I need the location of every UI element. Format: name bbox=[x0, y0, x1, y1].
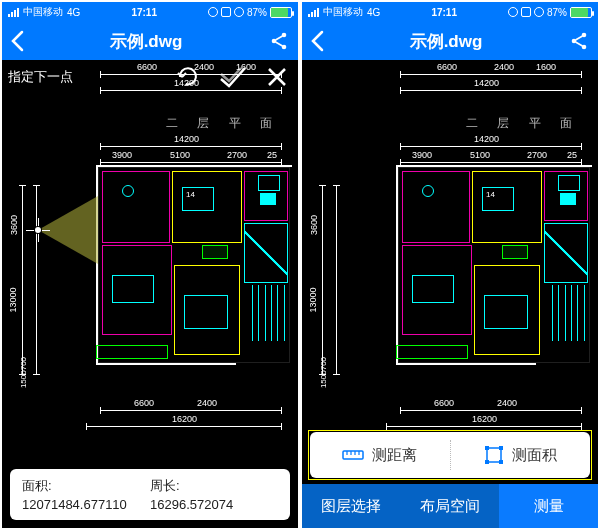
carrier: 中国移动 bbox=[323, 5, 363, 19]
dim-top-a: 6600 bbox=[437, 62, 457, 72]
dim-top-outer: 14200 bbox=[474, 78, 499, 88]
dim-top-b: 2400 bbox=[494, 62, 514, 72]
dim-left-a: 3600 bbox=[9, 215, 19, 235]
network: 4G bbox=[367, 7, 380, 18]
battery-pct: 87% bbox=[547, 7, 567, 18]
bottom-tabs: 图层选择 布局空间 测量 bbox=[302, 484, 598, 528]
dim-left-c: 1500700 bbox=[19, 357, 28, 388]
back-button[interactable] bbox=[10, 30, 24, 52]
dim-bot-outer: 16200 bbox=[472, 414, 497, 424]
svg-rect-8 bbox=[485, 446, 489, 450]
network: 4G bbox=[67, 7, 80, 18]
back-button[interactable] bbox=[310, 30, 324, 52]
floor-plan: 14 bbox=[72, 145, 292, 405]
battery-icon bbox=[570, 7, 592, 18]
alarm-icon bbox=[508, 7, 518, 17]
floor-plan: 14 bbox=[372, 145, 592, 405]
svg-rect-7 bbox=[487, 448, 501, 462]
svg-rect-11 bbox=[499, 460, 503, 464]
signal-icon bbox=[8, 8, 19, 17]
floor-label: 二 层 平 面 bbox=[466, 115, 580, 132]
dim-left-a: 3600 bbox=[309, 215, 319, 235]
svg-rect-10 bbox=[485, 460, 489, 464]
undo-button[interactable] bbox=[174, 62, 204, 92]
svg-rect-6 bbox=[343, 451, 363, 459]
dim-bot-b: 2400 bbox=[197, 398, 217, 408]
clock: 17:11 bbox=[380, 7, 508, 18]
battery-pct: 87% bbox=[247, 7, 267, 18]
ruler-icon bbox=[342, 446, 364, 464]
area-icon bbox=[484, 445, 504, 465]
measure-popup: 测距离 测面积 bbox=[310, 432, 590, 478]
area-label: 面积: bbox=[22, 477, 150, 495]
phone-right: 中国移动 4G 17:11 87% 示例.dwg 6600 bbox=[300, 0, 600, 530]
close-button[interactable] bbox=[262, 62, 292, 92]
area-value: 12071484.677110 bbox=[22, 497, 150, 512]
rotation-lock-icon bbox=[221, 7, 231, 17]
carrier: 中国移动 bbox=[23, 5, 63, 19]
tab-layers[interactable]: 图层选择 bbox=[302, 484, 401, 528]
measurement-readout: 面积: 12071484.677110 周长: 16296.572074 bbox=[10, 469, 290, 520]
location-icon bbox=[234, 7, 244, 17]
clock: 17:11 bbox=[80, 7, 208, 18]
battery-icon bbox=[270, 7, 292, 18]
share-button[interactable] bbox=[568, 30, 590, 52]
dim-bot-a: 6600 bbox=[434, 398, 454, 408]
phone-left: 中国移动 4G 17:11 87% 示例.dwg 指定下一点 bbox=[0, 0, 300, 530]
nav-title: 示例.dwg bbox=[110, 30, 183, 53]
status-bar: 中国移动 4G 17:11 87% bbox=[2, 2, 298, 22]
command-prompt: 指定下一点 bbox=[8, 68, 73, 86]
signal-icon bbox=[308, 8, 319, 17]
nav-title: 示例.dwg bbox=[410, 30, 483, 53]
svg-rect-9 bbox=[499, 446, 503, 450]
floor-label: 二 层 平 面 bbox=[166, 115, 280, 132]
dim-bot-b: 2400 bbox=[497, 398, 517, 408]
nav-bar: 示例.dwg bbox=[302, 22, 598, 60]
confirm-button[interactable] bbox=[218, 62, 248, 92]
dim-top-c: 1600 bbox=[536, 62, 556, 72]
tab-measure[interactable]: 测量 bbox=[499, 484, 598, 528]
measure-area-button[interactable]: 测面积 bbox=[451, 432, 591, 478]
dim-row2-outer: 14200 bbox=[174, 134, 199, 144]
measure-distance-button[interactable]: 测距离 bbox=[310, 432, 450, 478]
dim-left-b: 13000 bbox=[308, 287, 318, 312]
measure-cursor[interactable] bbox=[38, 190, 118, 270]
draw-toolbar: 指定下一点 bbox=[2, 62, 298, 92]
dim-bot-a: 6600 bbox=[134, 398, 154, 408]
nav-bar: 示例.dwg bbox=[2, 22, 298, 60]
rotation-lock-icon bbox=[521, 7, 531, 17]
drawing-canvas[interactable]: 指定下一点 6600 2400 1600 14200 二 层 平 面 bbox=[2, 60, 298, 528]
alarm-icon bbox=[208, 7, 218, 17]
perimeter-value: 16296.572074 bbox=[150, 497, 278, 512]
perimeter-label: 周长: bbox=[150, 477, 278, 495]
share-button[interactable] bbox=[268, 30, 290, 52]
drawing-canvas[interactable]: 6600 2400 1600 14200 二 层 平 面 14200 3900 … bbox=[302, 60, 598, 528]
status-bar: 中国移动 4G 17:11 87% bbox=[302, 2, 598, 22]
tab-layout[interactable]: 布局空间 bbox=[401, 484, 500, 528]
dim-row2-outer: 14200 bbox=[474, 134, 499, 144]
dim-left-b: 13000 bbox=[8, 287, 18, 312]
location-icon bbox=[534, 7, 544, 17]
dim-bot-outer: 16200 bbox=[172, 414, 197, 424]
dim-left-c: 1500700 bbox=[319, 357, 328, 388]
